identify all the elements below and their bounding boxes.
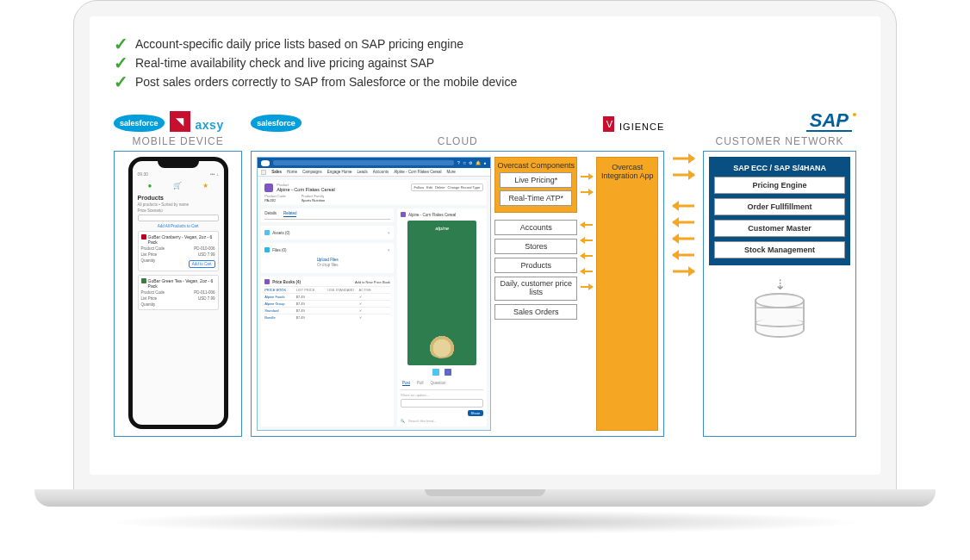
share-button: Share xyxy=(468,410,484,416)
object-chip: Stores xyxy=(494,239,577,254)
post-textarea xyxy=(401,399,483,408)
laptop-screen: ✓ Account-specific daily price lists bas… xyxy=(90,16,880,475)
kv-value: PD-011-006 xyxy=(194,290,215,295)
arrow-left-icon xyxy=(673,233,694,245)
assets-label: Assets (0) xyxy=(272,231,289,235)
sap-system-title: SAP ECC / SAP S/4HANA xyxy=(714,162,845,177)
kv-label: Product Code xyxy=(141,246,165,251)
database-cylinder-icon xyxy=(755,293,805,338)
nav-item: Home xyxy=(287,170,297,174)
cloud-section-label: CLOUD xyxy=(251,135,664,147)
feed-tabs: Post Poll Question xyxy=(401,379,483,389)
phone-product-name: GoBar Cranberry - Vegan, 2oz - 6 Pack xyxy=(141,234,215,245)
sap-module: Stock Management xyxy=(714,241,845,258)
tab-related: Related xyxy=(283,211,297,217)
salesforce-cloud-icon xyxy=(261,160,270,166)
arrow-down-icon: ⇣ xyxy=(755,281,805,289)
sap-module: Order Fullfillment xyxy=(714,198,845,215)
product-icon xyxy=(264,184,273,192)
table-row: Bundle$7.49✓ xyxy=(264,314,390,320)
phone-title: Products xyxy=(138,195,219,201)
sap-brand: SAP xyxy=(703,103,856,132)
sap-system-box: SAP ECC / SAP S/4HANA Pricing Engine Ord… xyxy=(709,157,850,265)
database-icon: ⇣ xyxy=(755,281,805,338)
object-chip: Products xyxy=(494,258,577,273)
table-row: Alpine Group$7.49✓ xyxy=(264,300,390,307)
feature-bullets: ✓ Account-specific daily price lists bas… xyxy=(114,35,856,90)
kv-label: Quantity xyxy=(141,258,156,268)
cart-icon: 🛒 xyxy=(173,182,182,190)
sf-record-header: Product Alpine - Corn Flakes Cereal Foll… xyxy=(261,180,487,205)
salesforce-logo: salesforce xyxy=(114,115,165,132)
right-title: Alpine - Corn Flakes Cereal xyxy=(408,213,456,217)
customer-column: SAP CUSTOMER NETWORK SAP ECC / SAP S/4HA… xyxy=(703,103,856,437)
sap-logo: SAP xyxy=(806,111,852,132)
phone-mockup: 09:30 ••• ⏚ ● 🛒 ★ Products All products … xyxy=(128,157,228,429)
product-image xyxy=(407,221,476,365)
product-thumb-icon xyxy=(141,278,146,283)
sf-content-row: Details Related Assets (0)▾ Files (0)▾ xyxy=(261,208,487,426)
table-row: Alpine Foods$7.49✓ xyxy=(264,293,390,300)
product-image-area xyxy=(401,217,483,379)
th: PRICE BOOK xyxy=(264,288,295,292)
check-icon: ✓ xyxy=(114,73,128,90)
phone-product-title: GoBar Cranberry - Vegan, 2oz - 6 Pack xyxy=(148,234,215,245)
overcast-components-col: Overcast Components Live Pricing* Real-T… xyxy=(494,157,577,431)
sf-nav-bar: Sales Home Campaigns Engage Home Leads A… xyxy=(258,168,490,177)
red-logo-icon: ◥ xyxy=(170,111,190,132)
customer-panel: SAP ECC / SAP S/4HANA Pricing Engine Ord… xyxy=(703,151,856,437)
tab-post: Post xyxy=(402,381,410,386)
sap-module: Pricing Engine xyxy=(714,177,845,194)
check-icon: ✓ xyxy=(114,35,128,53)
file-upload-zone: Upload Files Or drop files xyxy=(264,254,390,271)
arrow-right-icon xyxy=(673,169,694,181)
phone-search-label: Price Scenario xyxy=(138,208,219,213)
overcast-components-box: Overcast Components Live Pricing* Real-T… xyxy=(494,157,577,213)
assets-icon xyxy=(264,230,270,235)
bullet-row: ✓ Real-time availability check and live … xyxy=(114,54,856,72)
follow-button: Follow xyxy=(414,185,425,190)
arrow-left-icon xyxy=(581,234,593,246)
phone-subtitle: All products • Sorted by name xyxy=(138,202,219,207)
sap-module: Customer Master xyxy=(714,220,845,237)
sf-header-bar: ? ☆ ⚙ 🔔 ● xyxy=(258,158,490,168)
mobile-section-label: MOBILE DEVICE xyxy=(114,135,242,147)
integration-app-col: Overcast Integration App xyxy=(596,157,658,431)
tab-poll: Poll xyxy=(417,381,424,386)
nav-item: More xyxy=(447,170,456,174)
nav-item: Accounts xyxy=(373,170,389,174)
bullet-text: Account-specific daily price lists based… xyxy=(135,37,463,51)
mobile-panel: 09:30 ••• ⏚ ● 🛒 ★ Products All products … xyxy=(114,151,242,437)
nav-item: Engage Home xyxy=(327,170,352,174)
files-icon xyxy=(264,247,270,252)
post-composer: Share an update... Share 🔍Search this fe… xyxy=(401,389,483,423)
delete-button: Delete xyxy=(435,185,445,190)
integration-app-title: Overcast Integration App xyxy=(599,163,656,180)
kv-label: Quantity xyxy=(141,302,156,307)
arrow-left-icon xyxy=(581,265,593,277)
account-icon: ● xyxy=(148,182,152,190)
chevron-icon: ▾ xyxy=(388,231,390,235)
nav-item: Campaigns xyxy=(302,170,322,174)
bullet-text: Post sales orders correctly to SAP from … xyxy=(135,75,517,89)
arrow-right-icon xyxy=(581,281,593,293)
phone-product-card: GoBar Green Tea - Vegan, 2oz - 6 Pack Pr… xyxy=(138,275,219,310)
record-actions: Follow Edit Delete Change Record Type xyxy=(411,184,484,191)
cloud-brands: salesforce VIGIENCE xyxy=(251,103,664,132)
laptop-base xyxy=(34,489,936,507)
search-icon: 🔍 xyxy=(401,419,405,423)
phone-add-all-link: Add All Products to Cart xyxy=(138,224,219,228)
change-type-button: Change Record Type xyxy=(448,185,481,190)
arrow-left-icon xyxy=(673,200,694,212)
th: USE STANDARD xyxy=(327,288,358,292)
phone-product-title: GoBar Green Tea - Vegan, 2oz - 6 Pack xyxy=(148,278,215,289)
check-icon: ✓ xyxy=(114,54,128,72)
mobile-column: salesforce ◥ axsy MOBILE DEVICE 09:30 ••… xyxy=(114,103,242,437)
object-chip: Accounts xyxy=(494,220,577,235)
customer-section-label: CUSTOMER NETWORK xyxy=(703,135,856,147)
phone-nav-icons: ● 🛒 ★ xyxy=(133,180,224,193)
laptop-frame: ✓ Account-specific daily price lists bas… xyxy=(73,0,897,491)
add-to-cart-button: Add to Cart xyxy=(189,260,215,268)
record-title: Alpine - Corn Flakes Cereal xyxy=(277,187,335,192)
cloud-panel: ? ☆ ⚙ 🔔 ● Sales Home Campaigns Engage Ho… xyxy=(251,151,664,437)
